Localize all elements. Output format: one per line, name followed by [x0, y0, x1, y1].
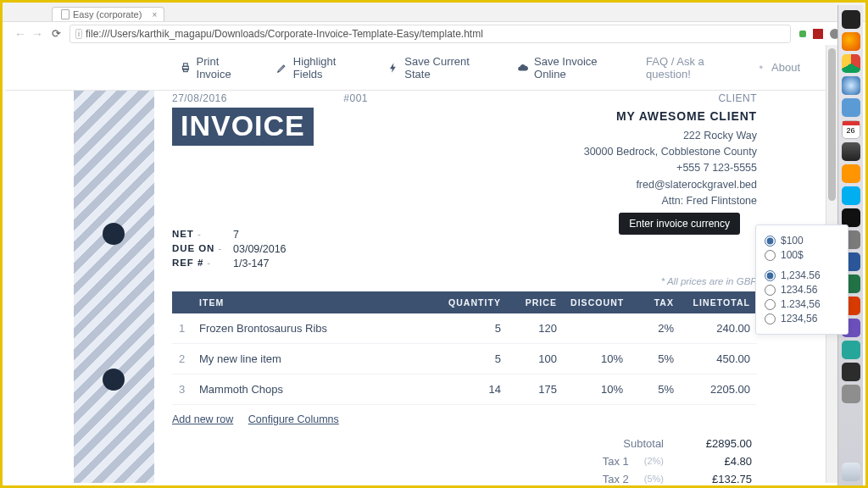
firefox-icon[interactable] [842, 32, 860, 51]
client-street: 222 Rocky Way [584, 128, 757, 144]
app-icon[interactable] [842, 164, 860, 183]
browser-chrome: Easy (corporate) × ← → ⟳ i file:///Users… [3, 3, 865, 45]
app-icon[interactable] [842, 363, 860, 381]
trash-icon[interactable] [842, 463, 860, 481]
about-link[interactable]: About [771, 61, 800, 74]
tab-title: Easy (corporate) [73, 9, 142, 19]
camera-icon[interactable] [842, 142, 860, 161]
format-option[interactable]: 1.234,56 [765, 298, 839, 310]
file-origin-icon: i [75, 29, 82, 39]
client-city: 30000 Bedrock, Cobblestone County [584, 144, 757, 160]
close-tab-icon[interactable]: × [152, 10, 157, 19]
totals-block: Subtotal £2895.00 Tax 1 (2%) £4.80 Tax 2… [172, 437, 757, 488]
client-block[interactable]: MY AWESOME CLIENT 222 Rocky Way 30000 Be… [584, 108, 757, 210]
cloud-icon [517, 62, 529, 74]
print-icon [180, 62, 192, 74]
forward-icon[interactable]: → [31, 27, 43, 41]
subtotal-label: Subtotal [623, 437, 664, 450]
col-item: ITEM [192, 291, 442, 313]
svg-rect-2 [183, 69, 187, 71]
save-online-button[interactable]: Save Invoice Online [509, 52, 639, 84]
tax2-label[interactable]: Tax 2 [603, 473, 629, 485]
reload-icon[interactable]: ⟳ [52, 27, 61, 40]
address-bar[interactable]: i file:///Users/karthik_magapu/Downloads… [70, 25, 791, 43]
net-value[interactable]: 7 [233, 229, 239, 241]
binding-ring-icon [103, 369, 125, 391]
tax1-value: £4.80 [679, 455, 752, 468]
highlight-fields-button[interactable]: Highlight Fields [268, 52, 376, 84]
table-row[interactable]: 2 My new line item 5 100 10% 5% 450.00 [172, 343, 757, 374]
action-toolbar: Print Invoice Highlight Fields Save Curr… [5, 45, 826, 91]
price-note[interactable]: * All prices are in GBP [172, 276, 757, 286]
tax2-pct: (5%) [644, 474, 664, 484]
format-option[interactable]: 1234,56 [765, 313, 839, 324]
currency-tooltip: Enter invoice currency [619, 213, 740, 235]
col-discount: DISCOUNT [564, 291, 630, 313]
extension-icon[interactable] [799, 30, 806, 37]
currency-popover: $100 100$ 1,234.56 1234.56 1.234,56 1234… [755, 225, 849, 335]
ref-label: REF # [172, 258, 225, 269]
binding-ring-icon [103, 223, 125, 245]
configure-columns-link[interactable]: Configure Columns [248, 413, 339, 425]
client-phone: +555 7 123-5555 [584, 160, 757, 176]
add-row-link[interactable]: Add new row [172, 413, 233, 425]
subtotal-value: £2895.00 [679, 437, 752, 450]
currency-option[interactable]: 100$ [765, 249, 839, 261]
currency-option[interactable]: $100 [765, 235, 839, 247]
app-icon[interactable] [842, 385, 860, 403]
tax1-pct: (2%) [644, 456, 664, 466]
print-invoice-button[interactable]: Print Invoice [171, 52, 264, 84]
col-price: PRICE [508, 291, 564, 313]
due-value[interactable]: 03/09/2016 [233, 243, 287, 255]
address-url: file:///Users/karthik_magapu/Downloads/C… [86, 28, 483, 40]
table-row[interactable]: 1 Frozen Brontosaurus Ribs 5 120 2% 240.… [172, 313, 757, 344]
format-option[interactable]: 1234.56 [765, 284, 839, 296]
due-label: DUE ON [172, 243, 225, 255]
line-items-table: ITEM QUANTITY PRICE DISCOUNT TAX LINETOT… [172, 291, 757, 405]
back-icon[interactable]: ← [14, 27, 26, 41]
bolt-icon [387, 62, 399, 74]
client-name: MY AWESOME CLIENT [584, 108, 757, 126]
invoice-number[interactable]: #001 [343, 92, 368, 104]
invoice-date[interactable]: 27/08/2016 [172, 92, 227, 104]
binding-strip [74, 91, 154, 483]
app-icon[interactable] [842, 98, 860, 117]
pencil-icon [276, 62, 288, 74]
app-icon[interactable] [842, 341, 860, 359]
skype-icon[interactable] [842, 186, 860, 205]
table-header-row: ITEM QUANTITY PRICE DISCOUNT TAX LINETOT… [172, 291, 757, 313]
invoice-logo: INVOICE [172, 108, 314, 146]
browser-tab[interactable]: Easy (corporate) × [52, 7, 164, 21]
client-attn: Attn: Fred Flintstone [584, 193, 757, 209]
tax2-value: £132.75 [679, 473, 752, 485]
finder-icon[interactable] [842, 10, 860, 29]
faq-link[interactable]: FAQ / Ask a question! [646, 55, 750, 80]
client-email: fred@slaterockgravel.bed [584, 177, 757, 193]
page-favicon [61, 9, 70, 19]
safari-icon[interactable] [842, 76, 860, 95]
client-heading: CLIENT [718, 92, 757, 104]
col-linetotal: LINETOTAL [681, 291, 757, 313]
save-state-button[interactable]: Save Current State [379, 52, 505, 84]
net-label: NET [172, 229, 225, 241]
col-quantity: QUANTITY [442, 291, 508, 313]
chrome-icon[interactable] [842, 54, 860, 73]
extension-icon[interactable] [813, 29, 823, 39]
svg-rect-1 [183, 63, 187, 65]
col-tax: TAX [630, 291, 681, 313]
format-option[interactable]: 1,234.56 [765, 269, 839, 281]
table-row[interactable]: 3 Mammoth Chops 14 175 10% 5% 2205.00 [172, 374, 757, 404]
tax1-label[interactable]: Tax 1 [603, 455, 629, 468]
ref-value[interactable]: 1/3-147 [233, 258, 269, 269]
calendar-icon[interactable]: 26 [842, 120, 860, 139]
